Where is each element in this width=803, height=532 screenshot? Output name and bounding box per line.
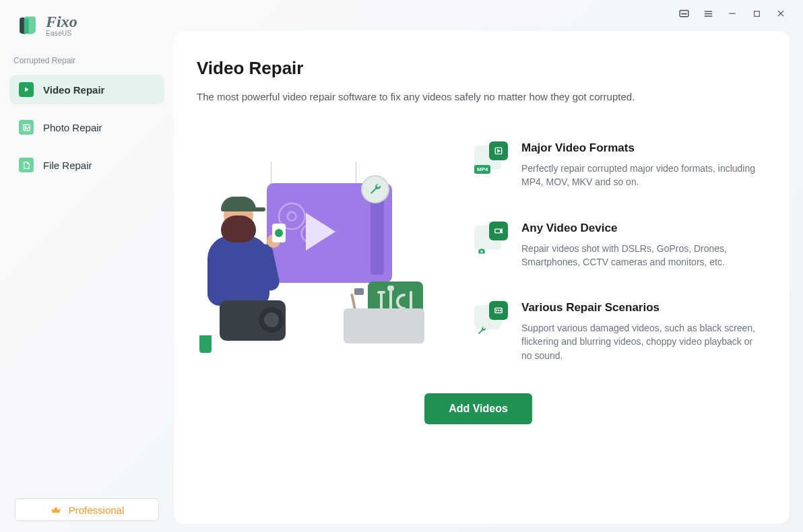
feature-device-icon — [474, 222, 508, 254]
window-titlebar — [678, 0, 803, 27]
feature-major-formats: MP4 Major Video Formats Perfectly repair… — [474, 141, 760, 189]
video-play-icon — [19, 82, 34, 97]
hero-illustration — [197, 162, 445, 364]
menu-icon[interactable] — [702, 7, 714, 20]
sidebar-item-video-repair[interactable]: Video Repair — [9, 75, 164, 104]
professional-button[interactable]: Professional — [15, 498, 159, 521]
illus-wrench-icon — [361, 175, 389, 203]
maximize-button[interactable] — [750, 7, 763, 20]
feature-desc: Support various damaged videos, such as … — [521, 321, 760, 362]
crown-icon — [50, 504, 62, 516]
sidebar-item-label: Photo Repair — [43, 122, 102, 133]
sidebar-item-label: File Repair — [43, 160, 92, 171]
svg-point-24 — [496, 310, 497, 311]
content-row: MP4 Major Video Formats Perfectly repair… — [197, 141, 760, 364]
svg-rect-17 — [354, 288, 364, 295]
sidebar-section-label: Corrupted Repair — [9, 56, 164, 65]
svg-point-3 — [685, 13, 686, 13]
svg-point-2 — [683, 13, 684, 13]
illus-play-icon — [306, 213, 335, 251]
logo-icon — [16, 14, 39, 37]
feature-scenarios: Various Repair Scenarios Support various… — [474, 301, 760, 362]
feature-title: Major Video Formats — [521, 141, 760, 155]
svg-point-12 — [24, 126, 26, 127]
wrench-icon — [476, 325, 488, 336]
feedback-icon[interactable] — [678, 7, 690, 20]
app-name: Fixo — [46, 13, 77, 30]
main-panel: Video Repair The most powerful video rep… — [174, 31, 790, 524]
feature-desc: Repair videos shot with DSLRs, GoPros, D… — [521, 242, 760, 269]
svg-rect-8 — [754, 11, 759, 16]
sidebar-item-label: Video Repair — [43, 84, 104, 96]
illus-toolbox — [344, 281, 424, 343]
feature-title: Any Video Device — [521, 222, 760, 235]
page-title: Video Repair — [197, 58, 760, 79]
svg-point-22 — [480, 250, 483, 253]
illus-person — [197, 194, 291, 350]
feature-title: Various Repair Scenarios — [521, 301, 760, 314]
svg-point-19 — [389, 286, 393, 290]
feature-any-device: Any Video Device Repair videos shot with… — [474, 222, 760, 269]
svg-point-26 — [500, 310, 501, 311]
photo-icon — [19, 120, 34, 135]
mp4-badge: MP4 — [474, 165, 490, 174]
professional-label: Professional — [69, 504, 125, 516]
feature-list: MP4 Major Video Formats Perfectly repair… — [474, 141, 760, 364]
camera-icon — [476, 246, 488, 257]
app-logo: Fixo EaseUS — [9, 13, 164, 37]
close-button[interactable] — [775, 7, 787, 20]
sidebar-item-photo-repair[interactable]: Photo Repair — [9, 112, 164, 142]
page-subtitle: The most powerful video repair software … — [197, 91, 760, 102]
file-icon — [19, 158, 34, 172]
add-videos-button[interactable]: Add Videos — [424, 393, 532, 424]
sidebar-item-file-repair[interactable]: File Repair — [9, 150, 164, 180]
svg-rect-21 — [495, 229, 501, 233]
svg-point-25 — [499, 310, 499, 311]
sidebar: Fixo EaseUS Corrupted Repair Video Repai… — [0, 0, 174, 532]
feature-desc: Perfectly repair corrupted major video f… — [521, 162, 760, 189]
svg-point-1 — [682, 13, 682, 13]
feature-scenarios-icon — [474, 301, 508, 333]
feature-formats-icon: MP4 — [474, 141, 508, 174]
minimize-button[interactable] — [726, 7, 738, 20]
app-vendor: EaseUS — [46, 30, 77, 37]
